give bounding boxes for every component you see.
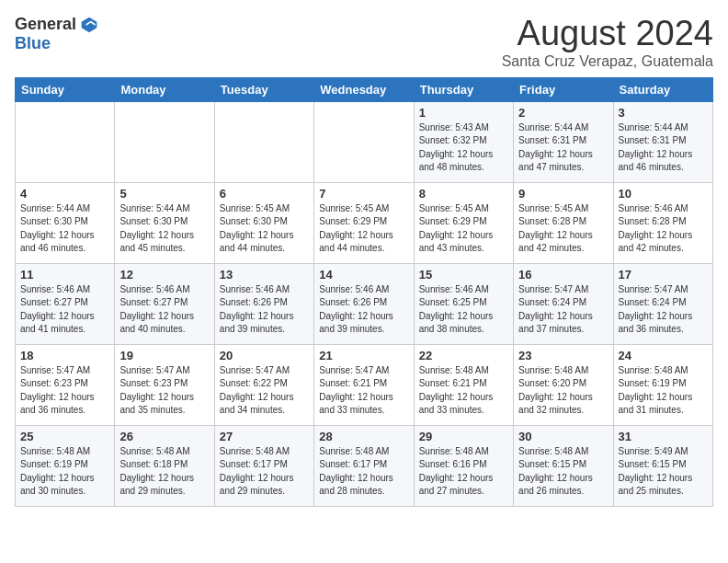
day-info: Sunrise: 5:47 AM Sunset: 6:23 PM Dayligh…: [20, 365, 95, 416]
week-row-4: 18Sunrise: 5:47 AM Sunset: 6:23 PM Dayli…: [16, 344, 713, 425]
day-cell: 19Sunrise: 5:47 AM Sunset: 6:23 PM Dayli…: [115, 344, 214, 425]
col-header-wednesday: Wednesday: [314, 77, 414, 101]
header-row: SundayMondayTuesdayWednesdayThursdayFrid…: [16, 77, 713, 101]
week-row-1: 1Sunrise: 5:43 AM Sunset: 6:32 PM Daylig…: [16, 101, 713, 182]
day-cell: 28Sunrise: 5:48 AM Sunset: 6:17 PM Dayli…: [314, 425, 414, 506]
day-cell: [314, 101, 414, 182]
day-cell: 26Sunrise: 5:48 AM Sunset: 6:18 PM Dayli…: [115, 425, 214, 506]
day-info: Sunrise: 5:48 AM Sunset: 6:15 PM Dayligh…: [518, 446, 593, 497]
day-info: Sunrise: 5:47 AM Sunset: 6:22 PM Dayligh…: [220, 365, 294, 416]
day-info: Sunrise: 5:48 AM Sunset: 6:16 PM Dayligh…: [419, 446, 494, 497]
day-number: 11: [20, 268, 109, 282]
day-info: Sunrise: 5:46 AM Sunset: 6:28 PM Dayligh…: [619, 203, 693, 254]
day-number: 23: [518, 349, 608, 362]
week-row-3: 11Sunrise: 5:46 AM Sunset: 6:27 PM Dayli…: [16, 263, 713, 344]
day-cell: 13Sunrise: 5:46 AM Sunset: 6:26 PM Dayli…: [214, 263, 313, 344]
day-info: Sunrise: 5:48 AM Sunset: 6:20 PM Dayligh…: [518, 365, 593, 416]
col-header-friday: Friday: [514, 77, 613, 101]
day-cell: 23Sunrise: 5:48 AM Sunset: 6:20 PM Dayli…: [514, 344, 613, 425]
day-cell: 20Sunrise: 5:47 AM Sunset: 6:22 PM Dayli…: [214, 344, 313, 425]
day-number: 6: [220, 187, 309, 201]
day-info: Sunrise: 5:45 AM Sunset: 6:29 PM Dayligh…: [419, 203, 494, 254]
day-number: 20: [220, 349, 309, 362]
day-info: Sunrise: 5:46 AM Sunset: 6:27 PM Dayligh…: [119, 284, 194, 335]
day-cell: 2Sunrise: 5:44 AM Sunset: 6:31 PM Daylig…: [514, 101, 613, 182]
day-info: Sunrise: 5:48 AM Sunset: 6:17 PM Dayligh…: [319, 446, 393, 497]
day-cell: 8Sunrise: 5:45 AM Sunset: 6:29 PM Daylig…: [414, 182, 513, 263]
week-row-5: 25Sunrise: 5:48 AM Sunset: 6:19 PM Dayli…: [16, 425, 713, 506]
day-info: Sunrise: 5:44 AM Sunset: 6:31 PM Dayligh…: [518, 122, 593, 173]
day-number: 5: [119, 187, 209, 201]
day-number: 19: [119, 349, 209, 362]
col-header-saturday: Saturday: [613, 77, 712, 101]
day-cell: 30Sunrise: 5:48 AM Sunset: 6:15 PM Dayli…: [514, 425, 613, 506]
col-header-sunday: Sunday: [16, 77, 115, 101]
day-number: 30: [518, 430, 608, 443]
day-info: Sunrise: 5:46 AM Sunset: 6:26 PM Dayligh…: [319, 284, 393, 335]
day-number: 25: [20, 430, 109, 443]
day-info: Sunrise: 5:47 AM Sunset: 6:21 PM Dayligh…: [319, 365, 393, 416]
day-number: 13: [220, 268, 309, 282]
col-header-monday: Monday: [115, 77, 214, 101]
day-info: Sunrise: 5:47 AM Sunset: 6:24 PM Dayligh…: [619, 284, 693, 335]
day-cell: 14Sunrise: 5:46 AM Sunset: 6:26 PM Dayli…: [314, 263, 414, 344]
day-cell: 9Sunrise: 5:45 AM Sunset: 6:28 PM Daylig…: [514, 182, 613, 263]
day-cell: 15Sunrise: 5:46 AM Sunset: 6:25 PM Dayli…: [414, 263, 513, 344]
day-cell: 11Sunrise: 5:46 AM Sunset: 6:27 PM Dayli…: [16, 263, 115, 344]
day-number: 22: [419, 349, 508, 362]
day-cell: 25Sunrise: 5:48 AM Sunset: 6:19 PM Dayli…: [16, 425, 115, 506]
week-row-2: 4Sunrise: 5:44 AM Sunset: 6:30 PM Daylig…: [16, 182, 713, 263]
day-info: Sunrise: 5:47 AM Sunset: 6:23 PM Dayligh…: [119, 365, 194, 416]
day-cell: 31Sunrise: 5:49 AM Sunset: 6:15 PM Dayli…: [613, 425, 712, 506]
day-info: Sunrise: 5:45 AM Sunset: 6:28 PM Dayligh…: [518, 203, 593, 254]
day-number: 28: [319, 430, 408, 443]
day-number: 8: [419, 187, 508, 201]
day-number: 31: [619, 430, 708, 443]
day-info: Sunrise: 5:48 AM Sunset: 6:21 PM Dayligh…: [419, 365, 494, 416]
logo: General Blue: [15, 15, 98, 53]
col-header-thursday: Thursday: [414, 77, 513, 101]
day-cell: [115, 101, 214, 182]
day-cell: 12Sunrise: 5:46 AM Sunset: 6:27 PM Dayli…: [115, 263, 214, 344]
day-cell: 10Sunrise: 5:46 AM Sunset: 6:28 PM Dayli…: [613, 182, 712, 263]
day-number: 14: [319, 268, 408, 282]
location-text: Santa Cruz Verapaz, Guatemala: [502, 53, 713, 70]
day-cell: 6Sunrise: 5:45 AM Sunset: 6:30 PM Daylig…: [214, 182, 313, 263]
day-number: 10: [619, 187, 708, 201]
day-cell: 21Sunrise: 5:47 AM Sunset: 6:21 PM Dayli…: [314, 344, 414, 425]
page-header: General Blue August 2024 Santa Cruz Vera…: [15, 15, 713, 70]
day-number: 2: [518, 106, 608, 120]
day-number: 29: [419, 430, 508, 443]
day-number: 7: [319, 187, 408, 201]
day-cell: 16Sunrise: 5:47 AM Sunset: 6:24 PM Dayli…: [514, 263, 613, 344]
day-info: Sunrise: 5:46 AM Sunset: 6:25 PM Dayligh…: [419, 284, 494, 335]
logo-blue-text: Blue: [15, 34, 51, 52]
title-block: August 2024 Santa Cruz Verapaz, Guatemal…: [502, 15, 713, 70]
day-cell: 18Sunrise: 5:47 AM Sunset: 6:23 PM Dayli…: [16, 344, 115, 425]
day-number: 9: [518, 187, 608, 201]
calendar-table: SundayMondayTuesdayWednesdayThursdayFrid…: [15, 77, 713, 507]
day-number: 16: [518, 268, 608, 282]
logo-icon: [80, 16, 98, 34]
day-cell: 24Sunrise: 5:48 AM Sunset: 6:19 PM Dayli…: [613, 344, 712, 425]
day-info: Sunrise: 5:43 AM Sunset: 6:32 PM Dayligh…: [419, 122, 494, 173]
day-number: 26: [119, 430, 209, 443]
day-number: 18: [20, 349, 109, 362]
month-title: August 2024: [502, 15, 713, 53]
day-info: Sunrise: 5:45 AM Sunset: 6:29 PM Dayligh…: [319, 203, 393, 254]
day-info: Sunrise: 5:46 AM Sunset: 6:26 PM Dayligh…: [220, 284, 294, 335]
day-info: Sunrise: 5:48 AM Sunset: 6:17 PM Dayligh…: [220, 446, 294, 497]
day-cell: 17Sunrise: 5:47 AM Sunset: 6:24 PM Dayli…: [613, 263, 712, 344]
day-number: 21: [319, 349, 408, 362]
day-cell: 22Sunrise: 5:48 AM Sunset: 6:21 PM Dayli…: [414, 344, 513, 425]
day-number: 1: [419, 106, 508, 120]
day-number: 12: [119, 268, 209, 282]
day-number: 17: [619, 268, 708, 282]
day-info: Sunrise: 5:44 AM Sunset: 6:31 PM Dayligh…: [619, 122, 693, 173]
day-number: 3: [619, 106, 708, 120]
day-info: Sunrise: 5:48 AM Sunset: 6:18 PM Dayligh…: [119, 446, 194, 497]
day-cell: 1Sunrise: 5:43 AM Sunset: 6:32 PM Daylig…: [414, 101, 513, 182]
day-cell: 29Sunrise: 5:48 AM Sunset: 6:16 PM Dayli…: [414, 425, 513, 506]
day-cell: 7Sunrise: 5:45 AM Sunset: 6:29 PM Daylig…: [314, 182, 414, 263]
day-cell: 5Sunrise: 5:44 AM Sunset: 6:30 PM Daylig…: [115, 182, 214, 263]
